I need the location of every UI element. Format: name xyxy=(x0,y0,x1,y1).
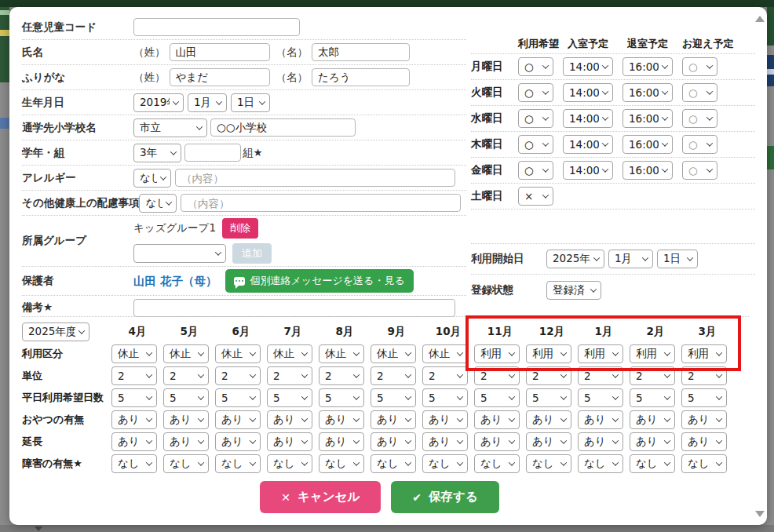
snack-select-10月[interactable]: あり xyxy=(422,410,468,429)
usage-type-select-2月[interactable]: 利用 xyxy=(630,344,675,363)
fiscal-year-select[interactable]: 2025年度 xyxy=(22,322,89,341)
snack-select-1月[interactable]: あり xyxy=(578,410,623,429)
unit-select-9月[interactable]: 2 xyxy=(371,366,416,385)
weekday-desired-days-select-4月[interactable]: 5 xyxy=(111,388,157,407)
pickup-select[interactable]: ○ xyxy=(682,161,717,180)
enter-time-select[interactable]: 14:00 xyxy=(563,135,613,154)
extension-select-11月[interactable]: あり xyxy=(474,432,520,451)
snack-select-12月[interactable]: あり xyxy=(526,410,571,429)
weekday-desired-days-select-12月[interactable]: 5 xyxy=(526,388,571,407)
snack-select-11月[interactable]: あり xyxy=(474,410,520,429)
leave-time-select[interactable]: 16:00 xyxy=(622,135,673,154)
start-day-select[interactable]: 1日 xyxy=(657,250,698,268)
unit-select-2月[interactable]: 2 xyxy=(630,366,675,385)
unit-select-12月[interactable]: 2 xyxy=(526,366,571,385)
weekday-desired-days-select-11月[interactable]: 5 xyxy=(474,388,520,407)
disability-select-8月[interactable]: なし xyxy=(319,454,364,473)
group-delete-button[interactable]: 削除 xyxy=(222,218,258,239)
snack-select-7月[interactable]: あり xyxy=(267,410,312,429)
registration-status-select[interactable]: 登録済 xyxy=(546,281,601,300)
leave-time-select[interactable]: 16:00 xyxy=(622,109,673,128)
scroll-down-icon[interactable] xyxy=(755,511,765,517)
pickup-select[interactable]: ○ xyxy=(682,109,717,128)
snack-select-3月[interactable]: あり xyxy=(681,410,727,429)
disability-select-3月[interactable]: なし xyxy=(681,454,727,473)
snack-select-8月[interactable]: あり xyxy=(319,410,364,429)
disability-select-5月[interactable]: なし xyxy=(163,454,209,473)
birth-year-select[interactable]: 2019年 xyxy=(133,93,184,112)
extension-select-8月[interactable]: あり xyxy=(319,432,364,451)
class-input[interactable] xyxy=(184,144,241,162)
first-name-input[interactable] xyxy=(312,43,410,61)
unit-select-1月[interactable]: 2 xyxy=(578,366,623,385)
disability-select-12月[interactable]: なし xyxy=(526,454,571,473)
unit-select-7月[interactable]: 2 xyxy=(267,366,312,385)
usage-type-select-1月[interactable]: 利用 xyxy=(578,344,623,363)
weekday-desired-days-select-7月[interactable]: 5 xyxy=(267,388,312,407)
unit-select-11月[interactable]: 2 xyxy=(474,366,520,385)
start-year-select[interactable]: 2025年 xyxy=(546,250,604,268)
last-name-kana-input[interactable] xyxy=(170,68,270,86)
extension-select-1月[interactable]: あり xyxy=(578,432,623,451)
enter-time-select[interactable]: 14:00 xyxy=(563,83,613,102)
usage-type-select-10月[interactable]: 休止 xyxy=(422,344,468,363)
health-note-detail-input[interactable] xyxy=(181,194,461,212)
wish-select[interactable]: ○ xyxy=(518,161,553,180)
pickup-select[interactable]: ○ xyxy=(682,57,717,76)
dialog-scrollbar[interactable] xyxy=(753,9,765,520)
usage-type-select-8月[interactable]: 休止 xyxy=(319,344,364,363)
unit-select-8月[interactable]: 2 xyxy=(319,366,364,385)
unit-select-6月[interactable]: 2 xyxy=(215,366,261,385)
usage-type-select-11月[interactable]: 利用 xyxy=(474,344,520,363)
usage-type-select-6月[interactable]: 休止 xyxy=(215,344,261,363)
child-code-input[interactable] xyxy=(133,18,300,36)
school-name-input[interactable] xyxy=(210,118,356,137)
enter-time-select[interactable]: 14:00 xyxy=(563,57,613,76)
disability-select-11月[interactable]: なし xyxy=(474,454,520,473)
allergy-detail-input[interactable] xyxy=(175,169,455,187)
unit-select-5月[interactable]: 2 xyxy=(163,366,209,385)
guardian-link[interactable]: 山田 花子（母） xyxy=(133,274,217,289)
last-name-input[interactable] xyxy=(170,43,270,61)
weekday-desired-days-select-9月[interactable]: 5 xyxy=(371,388,416,407)
leave-time-select[interactable]: 16:00 xyxy=(622,57,673,76)
weekday-desired-days-select-1月[interactable]: 5 xyxy=(578,388,623,407)
extension-select-7月[interactable]: あり xyxy=(267,432,312,451)
unit-select-10月[interactable]: 2 xyxy=(422,366,468,385)
disability-select-10月[interactable]: なし xyxy=(422,454,468,473)
pickup-select[interactable]: ○ xyxy=(682,135,717,154)
note-input[interactable] xyxy=(133,299,455,317)
guardian-message-button[interactable]: 個別連絡メッセージを送る・見る xyxy=(225,269,414,293)
extension-select-3月[interactable]: あり xyxy=(681,432,727,451)
birth-day-select[interactable]: 1日 xyxy=(231,93,270,112)
extension-select-4月[interactable]: あり xyxy=(111,432,157,451)
weekday-desired-days-select-2月[interactable]: 5 xyxy=(630,388,675,407)
weekday-desired-days-select-5月[interactable]: 5 xyxy=(163,388,209,407)
disability-select-9月[interactable]: なし xyxy=(371,454,416,473)
disability-select-6月[interactable]: なし xyxy=(215,454,261,473)
usage-type-select-12月[interactable]: 利用 xyxy=(526,344,571,363)
snack-select-9月[interactable]: あり xyxy=(371,410,416,429)
health-note-select[interactable]: なし xyxy=(139,194,177,213)
first-name-kana-input[interactable] xyxy=(312,68,410,86)
start-month-select[interactable]: 1月 xyxy=(608,250,653,268)
scroll-up-icon[interactable] xyxy=(755,16,765,22)
extension-select-10月[interactable]: あり xyxy=(422,432,468,451)
wish-select[interactable]: ○ xyxy=(518,57,553,76)
snack-select-5月[interactable]: あり xyxy=(163,410,209,429)
wish-select[interactable]: ○ xyxy=(518,135,553,154)
enter-time-select[interactable]: 14:00 xyxy=(563,161,613,180)
group-add-button[interactable]: 追加 xyxy=(232,243,272,264)
snack-select-6月[interactable]: あり xyxy=(215,410,261,429)
extension-select-9月[interactable]: あり xyxy=(371,432,416,451)
leave-time-select[interactable]: 16:00 xyxy=(622,83,673,102)
usage-type-select-9月[interactable]: 休止 xyxy=(371,344,416,363)
weekday-desired-days-select-8月[interactable]: 5 xyxy=(319,388,364,407)
extension-select-2月[interactable]: あり xyxy=(630,432,675,451)
weekday-desired-days-select-3月[interactable]: 5 xyxy=(681,388,727,407)
wish-select[interactable]: ○ xyxy=(518,83,553,102)
unit-select-4月[interactable]: 2 xyxy=(111,366,157,385)
birth-month-select[interactable]: 1月 xyxy=(188,93,227,112)
pickup-select[interactable]: ○ xyxy=(682,83,717,102)
usage-type-select-7月[interactable]: 休止 xyxy=(267,344,312,363)
